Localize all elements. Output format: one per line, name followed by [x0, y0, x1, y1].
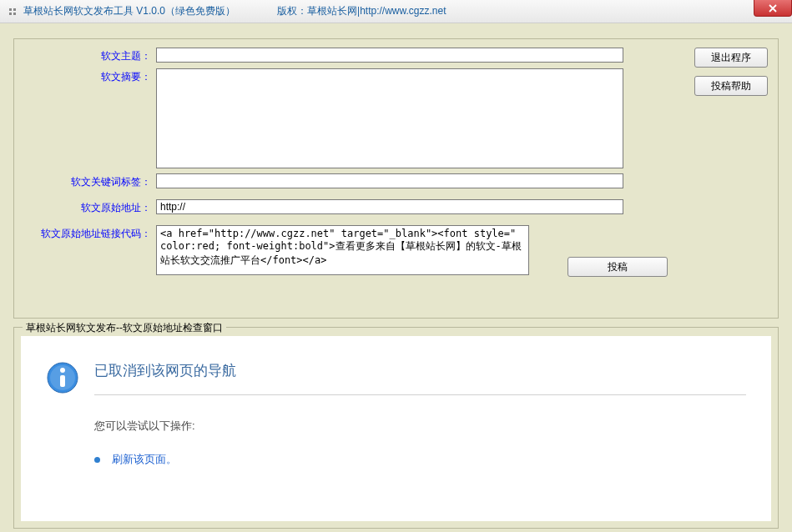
help-button[interactable]: 投稿帮助 [694, 76, 768, 96]
svg-rect-1 [13, 8, 16, 11]
keywords-input[interactable] [156, 173, 623, 188]
preview-group-title: 草根站长网软文发布--软文原始地址检查窗口 [23, 321, 226, 335]
titlebar: 草根站长网软文发布工具 V1.0.0（绿色免费版） 版权：草根站长网|http:… [0, 0, 792, 23]
linkcode-textarea[interactable] [156, 225, 529, 275]
form-panel: 退出程序 投稿帮助 软文主题： 软文摘要： 软文关键词标签： 软文原始地址： 软… [13, 38, 779, 319]
refresh-link[interactable]: 刷新该页面。 [112, 452, 177, 467]
close-button[interactable] [754, 0, 792, 17]
subject-input[interactable] [156, 48, 623, 63]
right-button-group: 退出程序 投稿帮助 [694, 48, 768, 96]
divider [94, 394, 746, 395]
submit-button[interactable]: 投稿 [568, 257, 668, 277]
svg-rect-3 [13, 13, 16, 15]
linkcode-label: 软文原始地址链接代码： [23, 225, 156, 241]
nav-cancelled-heading: 已取消到该网页的导航 [94, 361, 236, 380]
app-title: 草根站长网软文发布工具 V1.0.0（绿色免费版） 版权：草根站长网|http:… [23, 4, 446, 18]
summary-textarea[interactable] [156, 68, 623, 168]
svg-point-6 [60, 368, 65, 373]
url-label: 软文原始地址： [23, 199, 156, 215]
preview-group: 草根站长网软文发布--软文原始地址检查窗口 已取消到该网页的导航 您可以尝试以下… [13, 327, 779, 529]
info-icon [46, 361, 79, 394]
main-area: 退出程序 投稿帮助 软文主题： 软文摘要： 软文关键词标签： 软文原始地址： 软… [0, 23, 792, 532]
summary-label: 软文摘要： [23, 68, 156, 84]
exit-button[interactable]: 退出程序 [694, 48, 768, 68]
app-icon [7, 6, 18, 18]
try-following-text: 您可以尝试以下操作: [94, 419, 746, 434]
subject-label: 软文主题： [23, 48, 156, 63]
svg-rect-0 [9, 8, 12, 11]
bullet-icon [94, 457, 100, 463]
close-icon [768, 4, 778, 13]
svg-rect-2 [9, 13, 12, 15]
svg-rect-7 [60, 375, 65, 387]
url-input[interactable] [156, 199, 623, 214]
preview-body: 已取消到该网页的导航 您可以尝试以下操作: 刷新该页面。 [21, 336, 771, 521]
keywords-label: 软文关键词标签： [23, 173, 156, 189]
